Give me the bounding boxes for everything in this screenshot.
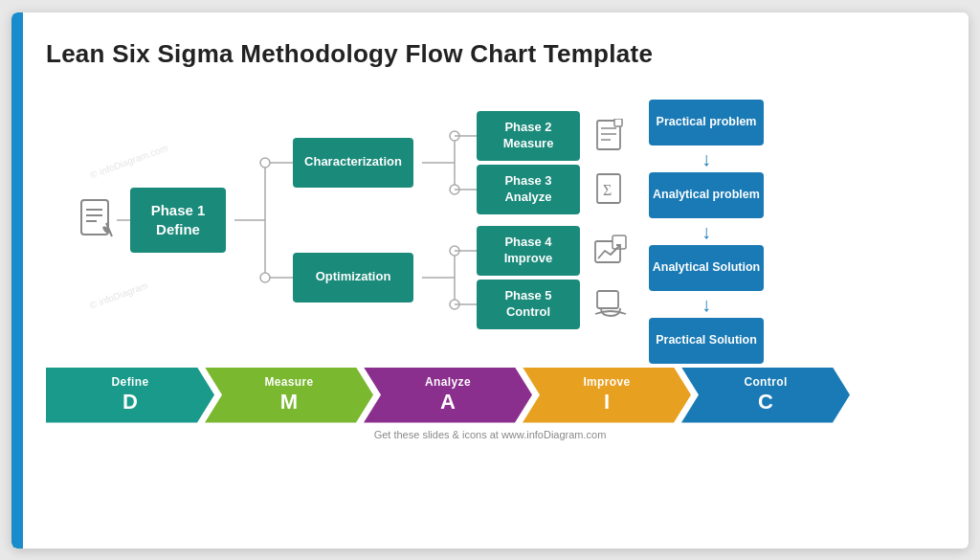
practical-problem-label: Practical problem (657, 114, 757, 129)
dmaic-label-define: Define (112, 375, 149, 389)
analytical-problem-label: Analytical problem (653, 187, 760, 202)
phase5-box: Phase 5 Control (477, 280, 580, 329)
checklist-icon (595, 119, 626, 153)
dmaic-bar: Define D Measure M Analyze A Improve I C… (46, 368, 934, 423)
phase4-box: Phase 4 Improve (477, 226, 580, 276)
phase5-line2: Control (506, 304, 550, 321)
practical-solution-box: Practical Solution (649, 318, 764, 364)
optimization-label: Optimization (316, 269, 391, 285)
practical-problem-box: Practical problem (649, 100, 764, 146)
svg-point-9 (450, 131, 459, 141)
analytical-problem-box: Analytical problem (649, 172, 764, 218)
dmaic-item-control: Control C (681, 368, 850, 423)
svg-rect-33 (597, 291, 618, 308)
footer-text: Get these slides & icons at www.infoDiag… (46, 429, 934, 440)
dmaic-letter-improve: I (604, 390, 610, 414)
phase2-box: Phase 2 Measure (477, 111, 580, 161)
practical-solution-label: Practical Solution (656, 332, 757, 347)
svg-text:Σ: Σ (603, 182, 612, 198)
phase3-line2: Analyze (504, 190, 551, 206)
svg-rect-28 (614, 119, 622, 126)
svg-point-16 (450, 300, 459, 309)
phase4-line1: Phase 4 (504, 235, 551, 251)
analytical-solution-box: Analytical Solution (649, 245, 764, 291)
characterization-label: Characterization (304, 154, 402, 170)
document-icon (79, 198, 116, 242)
phase1-line2: Define (156, 220, 200, 239)
improve-icon (593, 234, 628, 268)
right-column: Practical problem ↓ Analytical problem ↓… (649, 100, 764, 364)
optimization-box: Optimization (293, 253, 413, 302)
blue-bar (11, 12, 23, 549)
control-icon-area (590, 283, 632, 325)
slide-title: Lean Six Sigma Methodology Flow Chart Te… (46, 39, 934, 69)
phase1-line1: Phase 1 (151, 201, 206, 220)
phase1-box: Phase 1 Define (130, 188, 226, 253)
phase5-line1: Phase 5 (504, 288, 551, 304)
measure-icon-area (590, 115, 632, 157)
dmaic-item-analyze: Analyze A (364, 368, 532, 423)
characterization-box: Characterization (293, 138, 413, 188)
doc-icon-area (75, 193, 121, 247)
arrow-3: ↓ (649, 291, 764, 318)
phase2-line1: Phase 2 (504, 120, 551, 136)
dmaic-item-measure: Measure M (205, 368, 373, 423)
phase4-line2: Improve (504, 251, 553, 267)
svg-point-10 (450, 185, 459, 194)
phase3-line1: Phase 3 (504, 173, 551, 190)
dmaic-letter-define: D (122, 390, 138, 414)
phase3-box: Phase 3 Analyze (477, 165, 580, 214)
flowchart: Phase 1 Define Characterization Optimiza… (56, 86, 934, 354)
svg-point-5 (260, 158, 270, 168)
arrow-1: ↓ (649, 146, 764, 172)
sigma-icon: Σ (595, 172, 626, 207)
slide: © infoDiagram.com © infoDiagram Lean Six… (11, 12, 969, 549)
arrow-2: ↓ (649, 218, 764, 245)
dmaic-item-improve: Improve I (523, 368, 691, 423)
dmaic-label-control: Control (744, 375, 787, 389)
dmaic-item-define: Define D (46, 368, 214, 423)
dmaic-label-measure: Measure (264, 375, 313, 389)
analyze-icon-area: Σ (590, 168, 632, 211)
phase2-line2: Measure (503, 136, 554, 152)
dmaic-letter-control: C (758, 390, 773, 414)
dmaic-letter-analyze: A (440, 390, 456, 414)
analytical-solution-label: Analytical Solution (653, 259, 761, 275)
control-icon (593, 287, 628, 322)
dmaic-letter-measure: M (280, 390, 298, 414)
dmaic-label-analyze: Analyze (425, 375, 471, 389)
svg-point-15 (450, 246, 459, 256)
dmaic-label-improve: Improve (583, 375, 630, 389)
svg-point-6 (260, 273, 270, 282)
improve-icon-area (590, 230, 632, 272)
